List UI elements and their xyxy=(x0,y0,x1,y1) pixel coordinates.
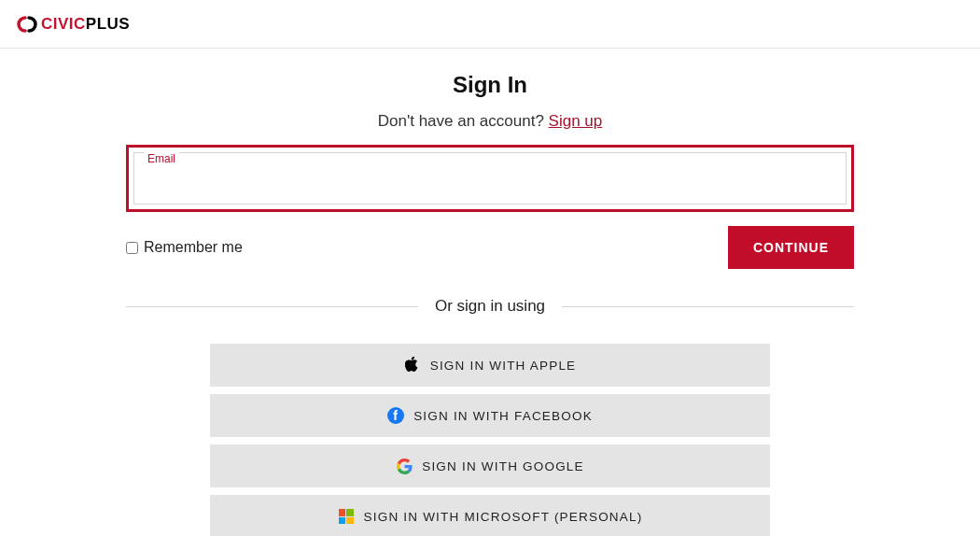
signin-apple-label: SIGN IN WITH APPLE xyxy=(430,359,577,373)
logo-text: CIVICPLUS xyxy=(41,15,130,34)
continue-button[interactable]: CONTINUE xyxy=(728,226,854,269)
email-input[interactable] xyxy=(134,153,846,204)
remember-me-text: Remember me xyxy=(144,239,243,256)
signin-apple-button[interactable]: SIGN IN WITH APPLE xyxy=(210,344,770,387)
email-highlight-wrapper: Email xyxy=(126,145,854,212)
subtitle-row: Don't have an account? Sign up xyxy=(378,112,603,131)
signin-form: Email Remember me CONTINUE Or sign in us… xyxy=(126,145,854,536)
remember-me-checkbox[interactable] xyxy=(126,242,138,254)
main-content: Sign In Don't have an account? Sign up E… xyxy=(0,49,980,536)
signin-microsoft-label: SIGN IN WITH MICROSOFT (PERSONAL) xyxy=(364,510,643,524)
microsoft-icon xyxy=(338,508,355,525)
logo-text-plus: PLUS xyxy=(86,15,130,33)
remember-me-label[interactable]: Remember me xyxy=(126,239,243,256)
logo-icon xyxy=(17,16,37,33)
signin-google-button[interactable]: SIGN IN WITH GOOGLE xyxy=(210,444,770,487)
divider-line-right xyxy=(562,306,854,307)
apple-icon xyxy=(404,357,421,374)
signup-link[interactable]: Sign up xyxy=(549,112,603,130)
signin-facebook-button[interactable]: SIGN IN WITH FACEBOOK xyxy=(210,394,770,437)
facebook-icon xyxy=(387,407,404,424)
social-signin-list: SIGN IN WITH APPLE SIGN IN WITH FACEBOOK xyxy=(126,344,854,536)
divider-row: Or sign in using xyxy=(126,297,854,316)
email-label: Email xyxy=(144,152,179,165)
divider-text: Or sign in using xyxy=(418,297,562,316)
page-title: Sign In xyxy=(453,72,527,98)
signin-microsoft-button[interactable]: SIGN IN WITH MICROSOFT (PERSONAL) xyxy=(210,495,770,536)
form-actions-row: Remember me CONTINUE xyxy=(126,226,854,269)
divider-line-left xyxy=(126,306,418,307)
brand-logo: CIVICPLUS xyxy=(17,15,130,34)
google-icon xyxy=(396,458,413,474)
app-header: CIVICPLUS xyxy=(0,0,980,49)
email-field-container: Email xyxy=(133,152,847,205)
signin-facebook-label: SIGN IN WITH FACEBOOK xyxy=(413,409,593,423)
subtitle-text: Don't have an account? xyxy=(378,112,549,130)
logo-text-civic: CIVIC xyxy=(41,15,86,33)
signin-google-label: SIGN IN WITH GOOGLE xyxy=(422,459,584,473)
